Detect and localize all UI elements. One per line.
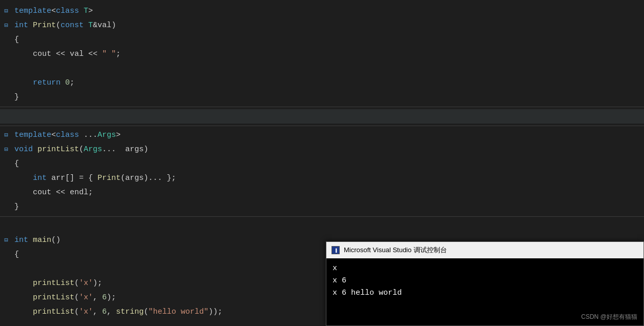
code-line-12: int arr[] = { Print(args)... }; [0,171,644,186]
line-content-12: int arr[] = { Print(args)... }; [12,172,644,185]
output-text-3: x 6 hello world [333,287,402,299]
collapse-indicator-10[interactable]: ⊟ [0,146,12,153]
collapse-indicator-9[interactable]: ⊟ [0,131,12,139]
console-title: Microsoft Visual Studio 调试控制台 [344,246,447,255]
csdn-watermark: CSDN @好想有猫猫 [581,313,637,321]
collapse-indicator-16[interactable]: ⊟ [0,236,12,244]
line-content-6: return 0; [12,76,644,90]
line-content-14: } [12,200,644,214]
code-line-3: { [0,33,644,47]
code-line-10: ⊟ void printList(Args... args) [0,142,644,157]
console-window: ▐ Microsoft Visual Studio 调试控制台 x x 6 x … [326,241,644,326]
line-content-3: { [12,33,644,47]
console-body: x x 6 x 6 hello world [326,258,643,303]
code-line-5 [0,62,644,76]
separator-3 [0,216,644,217]
line-content-2: int Print(const T&val) [12,19,644,32]
output-text-2: x 6 [333,275,346,287]
code-line-13: cout << endl; [0,186,644,200]
code-line-11: { [0,157,644,171]
separator-2 [0,126,644,126]
code-line-7: } [0,90,644,105]
collapse-indicator-2[interactable]: ⊟ [0,22,12,29]
line-content-13: cout << endl; [12,186,644,199]
console-titlebar: ▐ Microsoft Visual Studio 调试控制台 [326,242,643,258]
console-output-line-3: x 6 hello world [333,287,637,299]
code-line-14: } [0,200,644,214]
console-icon: ▐ [331,246,340,254]
code-line-1: ⊟ template<class T> [0,4,644,18]
collapse-indicator-1[interactable]: ⊟ [0,7,12,15]
code-line-4: cout << val << " "; [0,47,644,62]
console-output-line-2: x 6 [333,275,637,287]
editor-area: ⊟ template<class T> ⊟ int Print(const T&… [0,0,644,326]
separator-1 [0,107,644,107]
code-line-blank [0,109,644,124]
line-content-11: { [12,157,644,171]
code-line-blank2 [0,219,644,233]
line-content-7: } [12,91,644,104]
code-line-6: return 0; [0,76,644,90]
output-text-1: x [333,262,337,275]
line-content-5 [12,62,644,75]
console-output-line-1: x [333,262,637,275]
code-line-9: ⊟ template<class ...Args> [0,128,644,142]
code-line-2: ⊟ int Print(const T&val) [0,18,644,33]
line-content-9: template<class ...Args> [12,129,644,142]
line-content-1: template<class T> [12,5,644,18]
line-content-4: cout << val << " "; [12,48,644,61]
line-content-10: void printList(Args... args) [12,143,644,156]
